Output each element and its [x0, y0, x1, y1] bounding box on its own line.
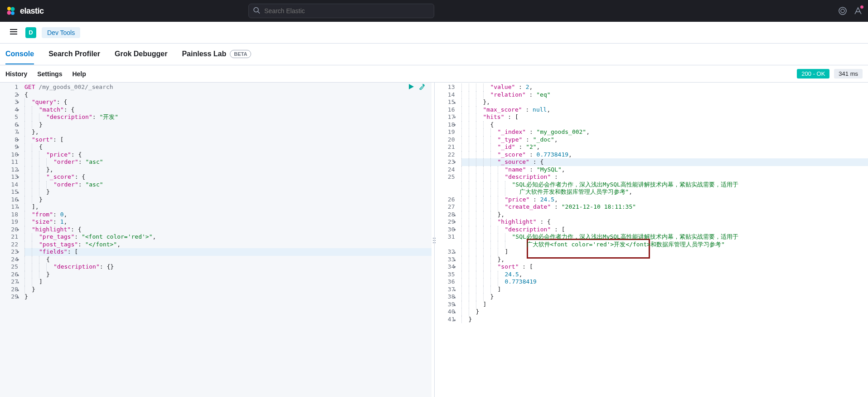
- svg-rect-11: [433, 238, 434, 239]
- code-line: 24.5,: [461, 271, 868, 279]
- code-line: }: [461, 308, 868, 316]
- code-line: "max_score" : null,: [461, 106, 868, 114]
- code-line: "description": {}: [24, 263, 432, 271]
- svg-rect-14: [435, 240, 436, 241]
- code-line: "_source" : {: [461, 158, 868, 166]
- toolbar-right: 200 - OK 341 ms: [797, 69, 863, 78]
- svg-point-7: [841, 9, 844, 13]
- code-line: },: [461, 211, 868, 219]
- svg-rect-12: [435, 238, 436, 239]
- svg-line-5: [258, 12, 260, 14]
- split-handle-icon[interactable]: [432, 236, 436, 246]
- editor-split: 12▼3▼4▼56▲7▲8▼9▼10▼1112▲13▼1415▲16▲17▲18…: [0, 83, 868, 397]
- toolbar-history[interactable]: History: [5, 70, 27, 78]
- code-line: "SQL必知必会作者力作，深入浅出MySQL高性能讲解技术内幕，紧贴实战需要，适…: [461, 181, 868, 189]
- code-line: }: [24, 286, 432, 294]
- code-line: }: [24, 271, 432, 279]
- code-line: "price" : 24.5,: [461, 196, 868, 204]
- response-code[interactable]: "value" : 2, "relation" : "eq" }, "max_s…: [460, 83, 868, 397]
- code-line: "_id" : "2",: [461, 143, 868, 151]
- toolbar: HistorySettingsHelp 200 - OK 341 ms: [0, 65, 868, 83]
- splitter[interactable]: [432, 83, 437, 397]
- code-line: ]: [461, 248, 868, 256]
- toolbar-settings[interactable]: Settings: [37, 70, 62, 78]
- svg-rect-15: [433, 242, 434, 243]
- code-line: "value" : 2,: [461, 83, 868, 91]
- code-line: }: [24, 188, 432, 196]
- tab-label: Console: [5, 50, 34, 58]
- toolbar-help[interactable]: Help: [72, 70, 86, 78]
- svg-point-1: [11, 7, 15, 11]
- code-line: "relation" : "eq": [461, 91, 868, 99]
- newsfeed-icon[interactable]: [853, 6, 863, 15]
- top-header: elastic: [0, 0, 868, 22]
- code-line: "highlight" : {: [461, 218, 868, 226]
- code-line: }: [24, 121, 432, 129]
- code-line: "_score" : 0.7738419,: [461, 151, 868, 159]
- svg-point-3: [11, 11, 15, 15]
- code-line: "highlight": {: [24, 226, 432, 234]
- app-badge: D: [25, 27, 36, 38]
- tab-grok-debugger[interactable]: Grok Debugger: [115, 44, 167, 64]
- tab-painless-lab[interactable]: Painless LabBETA: [182, 44, 251, 64]
- code-line: "_score": {: [24, 173, 432, 181]
- search-icon: [253, 7, 260, 15]
- code-line: "post_tags": "</font>",: [24, 241, 432, 249]
- code-line: "order": "asc": [24, 158, 432, 166]
- logo[interactable]: elastic: [5, 5, 44, 16]
- sub-header: D Dev Tools: [0, 22, 868, 44]
- code-line: },: [461, 98, 868, 106]
- request-gutter: 12▼3▼4▼56▲7▲8▼9▼10▼1112▲13▼1415▲16▲17▲18…: [0, 83, 23, 397]
- svg-point-0: [7, 7, 11, 10]
- brand-text: elastic: [20, 6, 44, 16]
- code-line: }: [461, 316, 868, 323]
- code-line: "pre_tags": "<font color='red'>",: [24, 233, 432, 241]
- response-gutter: 131415▲1617▼18▼1920212223▼2425262728▲29▼…: [437, 83, 460, 397]
- status-badge: 200 - OK: [797, 69, 829, 78]
- code-line: {: [461, 121, 868, 129]
- code-line: "hits" : [: [461, 113, 868, 121]
- code-line: "_index" : "my_goods_002",: [461, 128, 868, 136]
- notification-dot: [860, 5, 864, 9]
- tab-search-profiler[interactable]: Search Profiler: [48, 44, 100, 64]
- beta-badge: BETA: [230, 50, 251, 58]
- code-line: {: [24, 256, 432, 264]
- app-pill[interactable]: Dev Tools: [42, 27, 80, 38]
- svg-rect-13: [433, 240, 434, 241]
- code-line: },: [461, 256, 868, 264]
- code-line: "from": 0,: [24, 211, 432, 219]
- tab-label: Search Profiler: [48, 50, 100, 58]
- code-line: "sort" : [: [461, 263, 868, 271]
- code-line: "sort": [: [24, 136, 432, 144]
- code-line: "description": "开发": [24, 113, 432, 121]
- code-line: "create_date" : "2021-12-10 18:11:35": [461, 203, 868, 211]
- code-line: "description" : [: [461, 226, 868, 234]
- code-line: "description" :: [461, 173, 868, 181]
- code-line: },: [24, 128, 432, 136]
- response-pane: 131415▲1617▼18▼1920212223▼2425262728▲29▼…: [437, 83, 868, 397]
- code-line: }: [24, 293, 432, 301]
- tab-label: Painless Lab: [182, 50, 226, 58]
- svg-rect-16: [435, 242, 436, 243]
- code-line: 广大软件<font color='red'>开发</font>和数据库管理人员学…: [461, 241, 868, 249]
- request-code[interactable]: GET /my_goods_002/_search{ "query": { "m…: [23, 83, 432, 397]
- tabs-bar: ConsoleSearch ProfilerGrok DebuggerPainl…: [0, 44, 868, 65]
- code-line: "SQL必知必会作者力作，深入浅出MySQL高性能讲解技术内幕，紧贴实战需要，适…: [461, 233, 868, 241]
- code-line: }: [24, 196, 432, 204]
- search-input[interactable]: [248, 4, 434, 18]
- tab-label: Grok Debugger: [115, 50, 167, 58]
- code-line: "size": 1,: [24, 218, 432, 226]
- run-icon[interactable]: [408, 83, 414, 92]
- code-line: 广大软件开发和数据库管理人员学习参考",: [461, 188, 868, 196]
- wrench-icon[interactable]: [419, 83, 425, 92]
- code-line: "query": {: [24, 98, 432, 106]
- request-actions: [408, 83, 425, 92]
- timing-badge: 341 ms: [834, 69, 863, 78]
- menu-icon[interactable]: [7, 25, 20, 39]
- code-line: "price": {: [24, 151, 432, 159]
- tab-console[interactable]: Console: [5, 44, 34, 64]
- code-line: "order": "asc": [24, 181, 432, 189]
- code-line: {: [24, 143, 432, 151]
- help-icon[interactable]: [838, 6, 847, 15]
- svg-point-6: [839, 7, 846, 15]
